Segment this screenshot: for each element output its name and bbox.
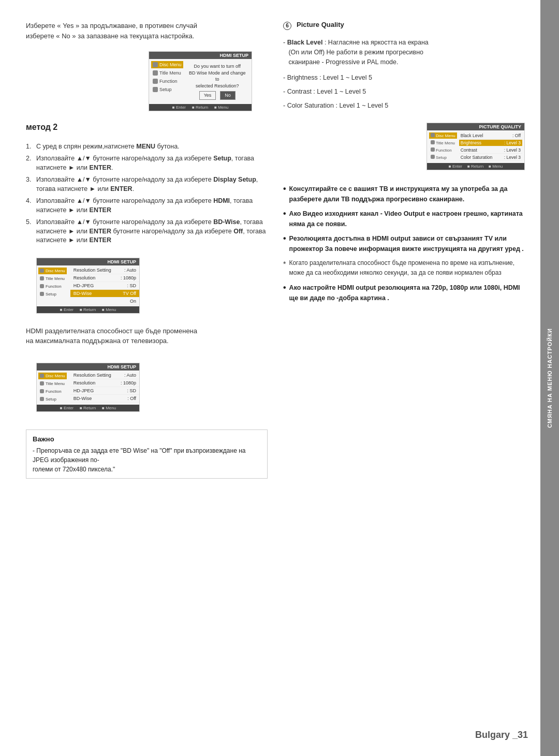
step-1: 1. С уред в спрян режим,натиснете MENU б… xyxy=(26,142,268,152)
step-num-2: 2. xyxy=(26,154,34,172)
bullet-1-text: Консултирайте се с вашият ТВ и инструкци… xyxy=(289,184,525,204)
bullet-dot-1: • xyxy=(283,184,286,204)
hdmi-menu-col-2: Disc Menu Title Menu Function xyxy=(37,266,68,305)
hdmi2-row-1: Resolution Setting: Auto xyxy=(70,266,139,274)
step-2-text: Използвайте ▲/▼ бутоните нагоре/надолу з… xyxy=(36,154,268,172)
hdmi-setup-screenshot-2: HDMI SETUP Disc Menu Title Menu xyxy=(36,258,140,314)
hdmi-menu-setup: Setup xyxy=(151,86,183,93)
pq-title-bar: PICTURE QUALITY xyxy=(427,123,524,130)
intro-text: Изберете « Yes » за продължаване, в прот… xyxy=(26,21,268,41)
bullet-star-4: * xyxy=(283,258,286,278)
bullet-3: • Резолюцията достъпна в HDMI output зав… xyxy=(283,233,525,254)
bullet-4-text: Когато разделителната способност бъде пр… xyxy=(289,258,525,278)
pq-footer: ■ Enter■ Return■ Menu xyxy=(427,163,524,170)
pq-row-brightness: Brightness: Level 3 xyxy=(459,140,522,146)
step-num-3: 3. xyxy=(26,175,34,194)
pq-menu-func: Function xyxy=(429,147,457,153)
hdmi-content-line1: Do you want to turn off xyxy=(194,63,241,70)
hdmi-setup-screenshot-3: HDMI SETUP Disc Menu Title Menu xyxy=(36,363,140,412)
important-title: Важно xyxy=(33,434,261,444)
hdmi3-row-4: BD-Wise: Off xyxy=(70,395,139,403)
hdmi-desc-line2: на максималната поддържана от телевизора… xyxy=(26,337,169,345)
important-text: - Препоръчва се да задда ете "BD Wise" н… xyxy=(33,446,261,474)
hdmi-menu-col-3: Disc Menu Title Menu Function xyxy=(37,372,68,404)
hdmi3-rows: Resolution Setting: Auto Resolution: 108… xyxy=(70,372,139,404)
hdmi-title-bar-3: HDMI SETUP xyxy=(37,363,139,370)
pq-screenshot-container: PICTURE QUALITY Disc Menu Title Menu Fun… xyxy=(283,118,525,174)
page-footer: Bulgary _31 xyxy=(475,730,528,740)
bullet-2-text: Ако Видео изходният канал - Video Output… xyxy=(289,209,525,229)
step-4: 4. Използвайте ▲/▼ бутоните нагоре/надол… xyxy=(26,197,268,215)
hdmi-menu-disc: Disc Menu xyxy=(151,61,183,68)
important-box: Важно - Препоръчва се да задда ете "BD W… xyxy=(26,429,268,479)
steps-list: 1. С уред в спрян режим,натиснете MENU б… xyxy=(26,142,268,245)
step-3: 3. Използвайте ▲/▼ бутоните нагоре/надол… xyxy=(26,175,268,194)
bullet-2: • Ако Видео изходният канал - Video Outp… xyxy=(283,209,525,229)
hdmi-content-line3: selected Resolution? xyxy=(196,83,239,90)
hdmi3-menu-func: Function xyxy=(38,388,67,395)
hdmi2-menu-title: Title Menu xyxy=(38,275,67,282)
bullet-5: • Ако настройте HDMI output резолюцията … xyxy=(283,283,525,303)
hdmi2-rows: Resolution Setting: Auto Resolution: 108… xyxy=(70,266,139,305)
method-heading: метод 2 xyxy=(26,123,268,132)
hdmi-desc: HDMI разделителната способност ще бъде п… xyxy=(26,326,268,346)
hdmi3-row-2: Resolution: 1080p xyxy=(70,379,139,387)
hdmi-menu-col-1: Disc Menu Title Menu Function xyxy=(151,61,183,102)
picture-quality-header: 6 Picture Quality xyxy=(283,21,525,31)
pq-row-color-sat: Color Saturation: Level 3 xyxy=(459,154,522,161)
hdmi2-footer: ■ Enter■ Return■ Menu xyxy=(37,306,139,313)
step-3-text: Използвайте ▲/▼ бутоните нагоре/надолу з… xyxy=(36,175,268,194)
bullet-dot-3: • xyxy=(283,233,286,254)
picture-quality-label: Picture Quality xyxy=(297,21,344,28)
hdmi2-menu-disc: Disc Menu xyxy=(38,268,67,274)
bullet-1: • Консултирайте се с вашият ТВ и инструк… xyxy=(283,184,525,204)
hdmi3-menu-title: Title Menu xyxy=(38,380,67,387)
hdmi-footer-1: ■ Enter■ Return■ Menu xyxy=(149,104,252,111)
hdmi-btn-no: No xyxy=(220,91,236,100)
pq-screenshot: PICTURE QUALITY Disc Menu Title Menu Fun… xyxy=(426,123,525,170)
hdmi2-menu-func: Function xyxy=(38,283,67,290)
step-5: 5. Използвайте ▲/▼ бутоните нагоре/надол… xyxy=(26,218,268,245)
pq-menu-setup: Setup xyxy=(429,154,457,160)
bullet-3-text: Резолюцията достъпна в HDMI output завис… xyxy=(289,233,525,254)
step-4-text: Използвайте ▲/▼ бутоните нагоре/надолу з… xyxy=(36,197,268,215)
bullet-5-text: Ако настройте HDMI output резолюцията на… xyxy=(289,283,525,303)
bullet-4: * Когато разделителната способност бъде … xyxy=(283,258,525,278)
bullet-dot-5: • xyxy=(283,283,286,303)
hdmi3-footer: ■ Enter■ Return■ Menu xyxy=(37,405,139,411)
hdmi-title-bar-1: HDMI SETUP xyxy=(149,52,252,59)
hdmi2-menu-setup: Setup xyxy=(38,291,67,298)
pq-rows: Black Level: Off Brightness: Level 3 Con… xyxy=(459,132,522,161)
brightness-item: - Brightness : Level 1 ~ Level 5 xyxy=(283,74,525,81)
step-num-1: 1. xyxy=(26,142,34,152)
pq-menu-col: Disc Menu Title Menu Function Setup xyxy=(429,132,457,161)
pq-row-black: Black Level: Off xyxy=(459,132,522,139)
intro-line1: Изберете « Yes » за продължаване, в прот… xyxy=(26,22,197,29)
hdmi-menu-title: Title Menu xyxy=(151,69,183,77)
pq-row-contrast: Contrast: Level 3 xyxy=(459,147,522,154)
hdmi3-menu-setup: Setup xyxy=(38,396,67,403)
contrast-item: - Contrast : Level 1 ~ Level 5 xyxy=(283,88,525,95)
hdmi-content-1: Do you want to turn off BD Wise Mode and… xyxy=(185,61,249,102)
hdmi-desc-line1: HDMI разделителната способност ще бъде п… xyxy=(26,327,197,335)
sidebar-label: СМЯНА НА МЕНЮ НАСТРОЙКИ xyxy=(540,0,559,756)
hdmi-menu-function: Function xyxy=(151,78,183,85)
step-2: 2. Използвайте ▲/▼ бутоните нагоре/надол… xyxy=(26,154,268,172)
step-num-5: 5. xyxy=(26,218,34,245)
step-1-text: С уред в спрян режим,натиснете MENU буто… xyxy=(36,142,180,152)
hdmi-content-line2: BD Wise Mode and change to xyxy=(187,70,247,83)
pq-menu-title: Title Menu xyxy=(429,140,457,146)
pq-menu-disc: Disc Menu xyxy=(429,132,457,139)
black-level-item: - Black Level : Нагласяне на яркостта на… xyxy=(283,38,525,67)
hdmi-title-bar-2: HDMI SETUP xyxy=(37,258,139,265)
circle-number: 6 xyxy=(283,22,291,30)
hdmi3-menu-disc: Disc Menu xyxy=(38,373,67,379)
intro-line2: изберете « No » за запазване на текущата… xyxy=(26,32,194,40)
hdmi2-row-5: On xyxy=(70,298,139,305)
color-saturation-item: - Color Saturation : Level 1 ~ Level 5 xyxy=(283,102,525,109)
bullet-dot-2: • xyxy=(283,209,286,229)
step-5-text: Използвайте ▲/▼ бутоните нагоре/надолу з… xyxy=(36,218,268,245)
bullet-section: • Консултирайте се с вашият ТВ и инструк… xyxy=(283,184,525,307)
hdmi2-row-3: HD-JPEG: SD xyxy=(70,282,139,290)
hdmi2-row-2: Resolution: 1080p xyxy=(70,274,139,282)
